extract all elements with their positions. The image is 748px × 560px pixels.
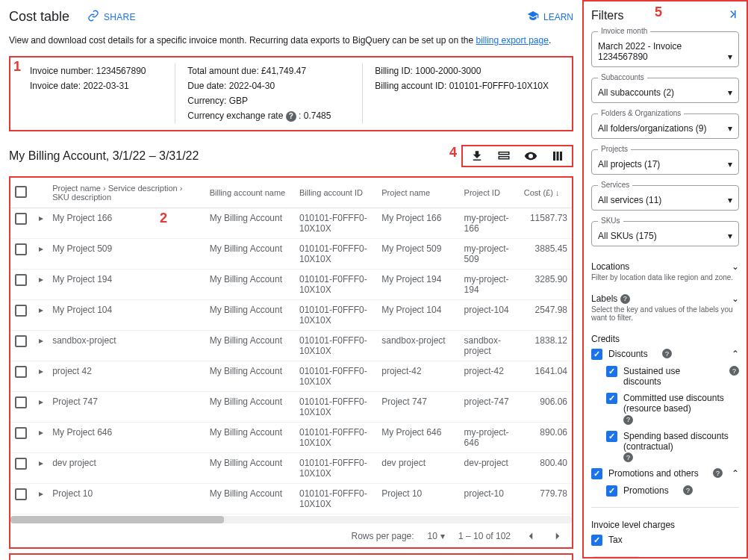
billing-export-link[interactable]: billing export page: [476, 35, 548, 46]
cell-project-name: My Project 104: [377, 299, 459, 330]
cell-project-name: Project 10: [377, 483, 459, 514]
help-icon[interactable]: ?: [713, 468, 723, 478]
checkbox-checked-icon: ✓: [606, 366, 617, 377]
spending-based-checkbox[interactable]: ✓ Spending based discounts (contractual)…: [591, 428, 739, 466]
row-checkbox[interactable]: [15, 458, 27, 470]
projects-select[interactable]: Projects All projects (17)▾: [591, 149, 739, 175]
download-csv-icon[interactable]: [470, 149, 484, 163]
col-project-sku[interactable]: Project name › Service description › SKU…: [48, 178, 205, 208]
row-checkbox[interactable]: [15, 213, 27, 225]
cell-acct-id: 010101-F0FFF0-10X10X: [295, 269, 377, 299]
col-project-id[interactable]: Project ID: [460, 178, 520, 208]
expand-row-icon[interactable]: ▸: [39, 458, 43, 468]
col-billing-acct-name[interactable]: Billing account name: [205, 178, 295, 208]
col-billing-acct-id[interactable]: Billing account ID: [295, 178, 377, 208]
cell-cost: 3285.90: [520, 269, 572, 299]
sustained-use-checkbox[interactable]: ✓ Sustained use discounts ?: [591, 363, 739, 390]
expand-row-icon[interactable]: ▸: [39, 335, 43, 346]
table-row[interactable]: ▸Project 747My Billing Account010101-F0F…: [10, 391, 572, 422]
table-row[interactable]: ▸project 42My Billing Account010101-F0FF…: [10, 361, 572, 391]
total-due-value: £41,749.47: [261, 66, 306, 76]
reset-button[interactable]: RESET: [591, 556, 641, 559]
expand-row-icon[interactable]: ▸: [39, 396, 43, 407]
cell-acct-name: My Billing Account: [205, 238, 295, 269]
row-checkbox[interactable]: [15, 335, 27, 347]
discounts-checkbox[interactable]: ✓ Discounts ? ⌃: [591, 346, 739, 363]
table-row[interactable]: ▸My Project 509My Billing Account010101-…: [10, 238, 572, 269]
help-icon[interactable]: ?: [623, 415, 633, 425]
cell-project-name: Project 747: [377, 391, 459, 422]
subaccounts-select[interactable]: Subaccounts All subaccounts (2)▾: [591, 78, 739, 103]
row-checkbox[interactable]: [15, 305, 27, 317]
help-icon[interactable]: ?: [620, 294, 630, 304]
table-row[interactable]: ▸My Project 646My Billing Account010101-…: [10, 422, 572, 452]
help-icon[interactable]: ?: [286, 111, 296, 122]
expand-row-icon[interactable]: ▸: [39, 305, 43, 315]
expand-row-icon[interactable]: ▸: [39, 488, 43, 499]
row-checkbox[interactable]: [15, 243, 27, 255]
annotation-5: 5: [655, 4, 662, 20]
fx-label: Currency exchange rate: [187, 111, 283, 121]
expand-row-icon[interactable]: ▸: [39, 366, 43, 376]
share-button[interactable]: SHARE: [87, 10, 136, 24]
labels-section[interactable]: Labels ?⌄: [591, 289, 739, 305]
col-project-name[interactable]: Project name: [377, 178, 459, 208]
expand-row-icon[interactable]: ▸: [39, 213, 43, 223]
page-title: Cost table: [9, 9, 69, 25]
cell-project-id: my-project-194: [460, 269, 520, 299]
prev-page-button[interactable]: [524, 529, 537, 543]
help-icon[interactable]: ?: [683, 485, 693, 495]
billing-acct-id-label: Billing account ID:: [375, 81, 446, 91]
learn-button[interactable]: LEARN: [527, 10, 573, 24]
horizontal-scrollbar[interactable]: [10, 516, 572, 523]
folders-select[interactable]: Folders & Organizations All folders/orga…: [591, 113, 739, 139]
promotions-others-checkbox[interactable]: ✓ Promotions and others ? ⌃: [591, 465, 739, 482]
help-icon[interactable]: ?: [729, 366, 739, 376]
skus-select[interactable]: SKUs All SKUs (175)▾: [591, 221, 739, 246]
cell-acct-name: My Billing Account: [205, 391, 295, 422]
table-row[interactable]: ▸My Project 194My Billing Account010101-…: [10, 269, 572, 299]
rows-per-page-select[interactable]: 10 ▾: [428, 531, 445, 541]
svg-rect-3: [557, 152, 559, 161]
row-checkbox[interactable]: [15, 396, 27, 408]
row-checkbox[interactable]: [15, 366, 27, 378]
services-select[interactable]: Services All services (11)▾: [591, 185, 739, 211]
billing-id-value: 1000-2000-3000: [415, 66, 481, 76]
due-date-value: 2022-04-30: [229, 81, 275, 91]
invoice-month-select[interactable]: Invoice month March 2022 - Invoice 12345…: [591, 31, 739, 67]
cell-project: Project 10: [48, 483, 205, 514]
col-cost[interactable]: Cost (£) ↓: [520, 178, 572, 208]
table-row[interactable]: ▸sandbox-projectMy Billing Account010101…: [10, 330, 572, 361]
table-row[interactable]: ▸Project 10My Billing Account010101-F0FF…: [10, 483, 572, 514]
select-all-checkbox[interactable]: [15, 186, 27, 198]
help-icon[interactable]: ?: [662, 349, 672, 358]
cell-acct-id: 010101-F0FFF0-10X10X: [295, 299, 377, 330]
locations-section[interactable]: Locations⌄: [591, 257, 739, 273]
cell-acct-id: 010101-F0FFF0-10X10X: [295, 208, 377, 238]
expand-row-icon[interactable]: ▸: [39, 427, 43, 438]
cell-acct-id: 010101-F0FFF0-10X10X: [295, 452, 377, 483]
committed-use-checkbox[interactable]: ✓ Committed use discounts (resource base…: [591, 390, 739, 428]
tax-checkbox[interactable]: ✓ Tax: [591, 532, 739, 549]
annotation-2: 2: [160, 211, 167, 226]
table-row[interactable]: ▸My Project 166My Billing Account010101-…: [10, 208, 572, 238]
next-page-button[interactable]: [551, 529, 564, 543]
row-checkbox[interactable]: [15, 427, 27, 439]
collapse-panel-icon[interactable]: [726, 7, 739, 24]
cell-project-name: My Project 166: [377, 208, 459, 238]
promotions-checkbox[interactable]: ✓ Promotions ?: [591, 482, 739, 500]
table-row[interactable]: ▸dev projectMy Billing Account010101-F0F…: [10, 452, 572, 483]
help-icon[interactable]: ?: [623, 452, 633, 462]
columns-icon[interactable]: [551, 149, 564, 163]
learn-label: LEARN: [543, 12, 573, 22]
cell-cost: 3885.45: [520, 238, 572, 269]
currency-value: GBP: [229, 96, 248, 106]
row-checkbox[interactable]: [15, 274, 27, 286]
row-checkbox[interactable]: [15, 488, 27, 500]
table-view-icon[interactable]: [497, 149, 511, 163]
expand-row-icon[interactable]: ▸: [39, 274, 43, 284]
cell-project-name: dev project: [377, 452, 459, 483]
table-row[interactable]: ▸My Project 104My Billing Account010101-…: [10, 299, 572, 330]
visibility-icon[interactable]: [524, 149, 537, 163]
expand-row-icon[interactable]: ▸: [39, 243, 43, 254]
